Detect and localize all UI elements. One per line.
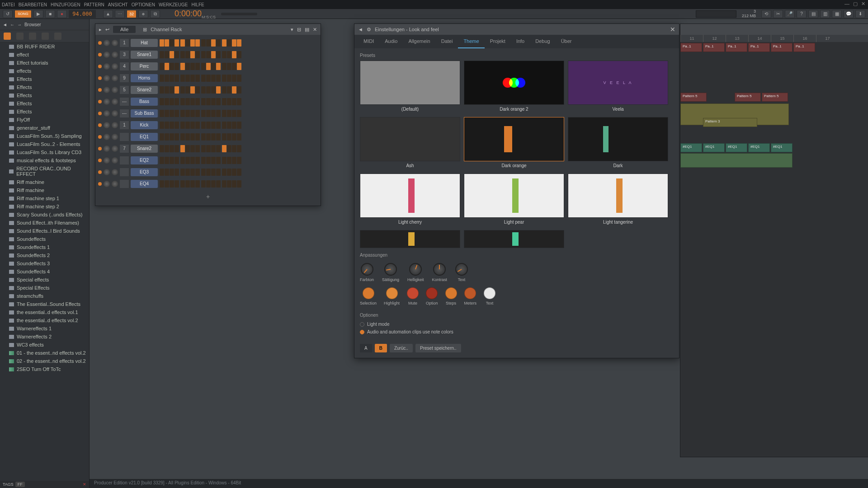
tree-sound[interactable]: 01 - the essent..nd effects vol.2 xyxy=(0,349,89,357)
step[interactable] xyxy=(170,98,174,105)
mixer-track-num[interactable]: 3 xyxy=(120,51,129,59)
mute-led[interactable] xyxy=(98,159,102,162)
step[interactable] xyxy=(227,122,231,129)
clip-pattern[interactable]: Pa..1 xyxy=(726,43,747,52)
channel-name[interactable]: EQ4 xyxy=(131,180,158,188)
vol-knob[interactable] xyxy=(112,157,118,164)
chrack-back-icon[interactable]: ↩ xyxy=(105,27,109,33)
tree-folder[interactable]: RECORD CRAC..OUND EFFECT xyxy=(0,164,89,178)
tree-folder[interactable]: effect xyxy=(0,51,89,59)
channel-name[interactable]: Snare2 xyxy=(131,86,158,94)
step[interactable] xyxy=(190,133,195,141)
step[interactable] xyxy=(206,122,211,129)
preset-item[interactable]: V E E L AVeela xyxy=(568,61,668,113)
radio-light[interactable] xyxy=(360,322,364,327)
step[interactable] xyxy=(170,63,174,70)
clip-audio[interactable] xyxy=(680,153,793,168)
preset-item[interactable]: Ash xyxy=(360,117,460,170)
clip-eq[interactable]: #EQ1 xyxy=(748,143,770,152)
step[interactable] xyxy=(227,75,231,82)
channel-name[interactable]: EQ3 xyxy=(131,168,158,176)
step[interactable] xyxy=(180,75,185,82)
undo-icon[interactable]: ⟲ xyxy=(761,10,771,18)
vol-knob[interactable] xyxy=(112,110,118,117)
tree-folder[interactable]: the essential..d effects vol.2 xyxy=(0,316,89,324)
step[interactable] xyxy=(222,51,226,58)
tree-folder[interactable]: Riff machine step 1 xyxy=(0,194,89,202)
color-swatch[interactable] xyxy=(426,287,438,299)
tab-midi[interactable]: MIDI xyxy=(358,35,379,48)
step[interactable] xyxy=(237,75,241,82)
tab-theme[interactable]: Theme xyxy=(458,35,484,48)
step[interactable] xyxy=(211,180,216,188)
step[interactable] xyxy=(237,98,241,105)
pan-knob[interactable] xyxy=(104,169,110,175)
preset-item[interactable]: Dark orange xyxy=(464,117,564,170)
preset-thumb[interactable] xyxy=(464,174,564,218)
tab-info[interactable]: Info xyxy=(511,35,530,48)
step[interactable] xyxy=(180,145,185,152)
clip-pattern[interactable]: Pa..1 xyxy=(703,43,725,52)
step[interactable] xyxy=(195,98,200,105)
menu-ansicht[interactable]: ANSICHT xyxy=(108,2,128,7)
preset-item[interactable] xyxy=(464,230,564,248)
step[interactable] xyxy=(185,169,190,176)
clip-pattern[interactable]: Pattern 5 xyxy=(680,93,707,102)
step[interactable] xyxy=(227,39,231,47)
color-swatch[interactable] xyxy=(464,287,476,299)
preset-thumb[interactable] xyxy=(568,117,668,161)
compare-b-button[interactable]: B xyxy=(375,344,387,352)
step[interactable] xyxy=(201,39,206,47)
step[interactable] xyxy=(175,75,179,82)
step[interactable] xyxy=(180,110,185,117)
step[interactable] xyxy=(206,133,211,141)
step[interactable] xyxy=(185,75,190,82)
step[interactable] xyxy=(195,122,200,129)
vol-knob[interactable] xyxy=(112,145,118,152)
preset-thumb[interactable] xyxy=(360,230,460,248)
menu-optionen[interactable]: OPTIONEN xyxy=(132,2,155,7)
compare-a-button[interactable]: A xyxy=(360,344,372,352)
step[interactable] xyxy=(201,86,206,94)
browser-mode-4[interactable] xyxy=(42,33,49,40)
preset-item[interactable]: (Default) xyxy=(360,61,460,113)
tree-folder[interactable]: Sound Effect..ith Filenames) xyxy=(0,219,89,227)
step[interactable] xyxy=(216,39,221,47)
tree-folder[interactable]: Effects xyxy=(0,91,89,99)
stop-button[interactable]: ■ xyxy=(45,10,55,18)
tree-folder[interactable]: Warnereffects 2 xyxy=(0,333,89,341)
step[interactable] xyxy=(175,98,179,105)
step[interactable] xyxy=(165,145,169,152)
step[interactable] xyxy=(206,75,211,82)
mixer-track-num[interactable] xyxy=(120,180,129,188)
close-window-button[interactable]: ✕ xyxy=(861,1,865,7)
step[interactable] xyxy=(180,63,185,70)
step[interactable] xyxy=(211,157,216,164)
toolbtn-1[interactable]: ✂ xyxy=(773,10,783,18)
tree-folder[interactable]: Warnereffects 1 xyxy=(0,324,89,333)
step[interactable] xyxy=(170,86,174,94)
step[interactable] xyxy=(232,145,236,152)
vol-knob[interactable] xyxy=(112,99,118,105)
step[interactable] xyxy=(160,180,164,188)
record-button[interactable]: ● xyxy=(57,10,67,18)
step[interactable] xyxy=(227,145,231,152)
tree-folder[interactable]: WC3 effects xyxy=(0,341,89,349)
mute-led[interactable] xyxy=(98,65,102,68)
step[interactable] xyxy=(195,133,200,141)
tree-folder[interactable]: LucasFilm So..ts Library CD3 xyxy=(0,148,89,156)
preset-thumb[interactable] xyxy=(360,174,460,218)
step[interactable] xyxy=(206,39,211,47)
preset-item[interactable]: Light cherry xyxy=(360,174,460,226)
clip-eq[interactable]: #EQ1 xyxy=(771,143,793,152)
step[interactable] xyxy=(175,169,179,176)
step[interactable] xyxy=(180,122,185,129)
tree-folder[interactable]: LucasFilm Sou..2 - Elements xyxy=(0,140,89,148)
step[interactable] xyxy=(165,98,169,105)
opt-light[interactable]: Light mode xyxy=(360,320,674,328)
mute-led[interactable] xyxy=(98,112,102,115)
mute-led[interactable] xyxy=(98,135,102,139)
step[interactable] xyxy=(185,110,190,117)
step[interactable] xyxy=(211,110,216,117)
pan-knob[interactable] xyxy=(104,122,110,128)
